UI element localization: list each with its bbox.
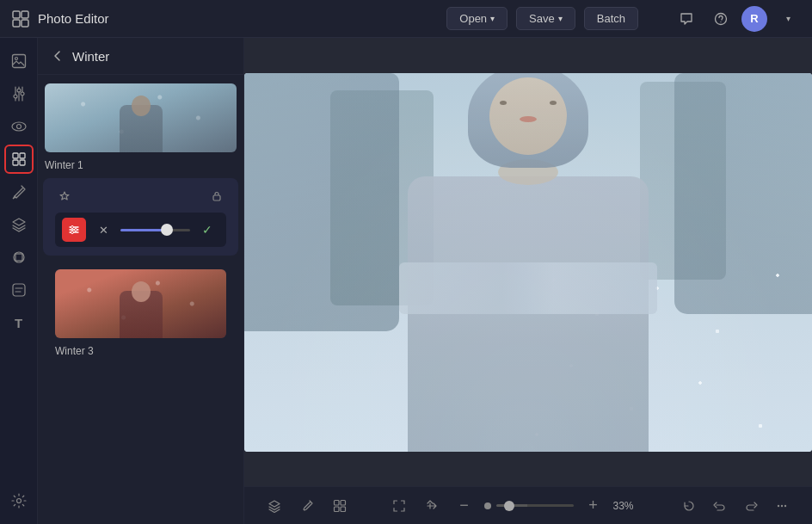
svg-point-31: [71, 226, 74, 229]
zoom-out-button[interactable]: −: [452, 493, 477, 519]
chat-button[interactable]: [673, 5, 700, 33]
svg-point-39: [781, 504, 783, 506]
effect-favorite-button[interactable]: [55, 187, 74, 206]
svg-point-32: [75, 229, 77, 231]
svg-rect-27: [213, 195, 220, 200]
bottombar-center: − + 33%: [353, 493, 676, 519]
svg-point-17: [12, 122, 26, 131]
svg-rect-20: [20, 153, 25, 158]
app-title: Photo Editor: [38, 11, 109, 26]
app-logo-icon: [10, 9, 31, 29]
effects-back-button[interactable]: [50, 48, 65, 64]
svg-point-38: [778, 504, 779, 506]
svg-rect-19: [13, 153, 18, 158]
svg-rect-25: [13, 284, 25, 296]
zoom-slider-wrap: [484, 502, 574, 509]
bottombar: − + 33%: [244, 486, 812, 524]
effect-label-winter3: Winter 3: [55, 345, 226, 357]
effects-header: Winter: [38, 38, 243, 75]
more-options-button[interactable]: [769, 493, 795, 519]
effect-thumbnail-winter1[interactable]: [45, 83, 237, 152]
canvas-area: − + 33%: [244, 38, 812, 524]
effects-title: Winter: [72, 49, 109, 64]
svg-rect-35: [341, 500, 346, 505]
effect-active-controls: ✕ ✓: [43, 178, 238, 256]
svg-rect-37: [341, 507, 346, 512]
svg-rect-34: [335, 500, 340, 505]
effect-controls: ✕ ✓: [55, 213, 226, 247]
sidebar-item-shapes[interactable]: [4, 243, 34, 272]
reset-button[interactable]: [676, 493, 702, 519]
sidebar-item-effects[interactable]: [4, 145, 34, 174]
topbar-actions: R ▾: [673, 5, 802, 33]
svg-rect-2: [13, 20, 20, 27]
effect-confirm-button[interactable]: ✓: [195, 218, 219, 242]
account-menu-button[interactable]: ▾: [774, 5, 802, 33]
zoom-in-button[interactable]: +: [581, 493, 606, 519]
svg-point-40: [784, 504, 786, 506]
sidebar-item-brush[interactable]: [4, 177, 34, 207]
fit-to-screen-button[interactable]: [386, 493, 412, 519]
sidebar-item-text[interactable]: T: [4, 308, 34, 337]
zoom-percentage: 33%: [613, 500, 643, 512]
effect-active-header: [55, 187, 226, 206]
topbar: Photo Editor Open ▾ Save ▾ Batch R ▾: [0, 0, 812, 38]
svg-point-33: [71, 231, 74, 234]
effect-cancel-button[interactable]: ✕: [91, 218, 115, 242]
svg-rect-21: [13, 160, 18, 165]
effect-lock-button[interactable]: [207, 187, 226, 206]
grid-view-button[interactable]: [327, 493, 353, 519]
canvas-image: [244, 73, 812, 452]
effect-thumbnail-winter3: [55, 269, 226, 338]
bottombar-right: [676, 493, 795, 519]
svg-rect-6: [12, 55, 25, 68]
svg-rect-0: [13, 11, 20, 18]
effect-item-winter1: Winter 1: [38, 75, 243, 175]
sidebar-item-settings[interactable]: [4, 486, 34, 515]
sidebar-item-image[interactable]: [4, 46, 34, 76]
main-area: T Winter: [0, 38, 812, 524]
sidebar-item-filters[interactable]: [4, 275, 34, 305]
save-button[interactable]: Save ▾: [516, 7, 575, 30]
svg-rect-24: [15, 254, 22, 261]
svg-point-5: [720, 21, 721, 22]
icon-sidebar: T: [0, 38, 38, 524]
svg-point-4: [716, 13, 727, 24]
transform-button[interactable]: [419, 493, 445, 519]
svg-point-26: [16, 499, 21, 503]
batch-button[interactable]: Batch: [584, 7, 638, 30]
app-logo: Photo Editor: [10, 9, 109, 29]
sidebar-item-layers[interactable]: [4, 210, 34, 239]
effect-settings-button[interactable]: [62, 218, 86, 242]
effect-label-winter1: Winter 1: [45, 159, 237, 171]
svg-rect-36: [335, 507, 340, 512]
layers-panel-button[interactable]: [261, 493, 287, 519]
user-avatar[interactable]: R: [741, 6, 767, 32]
svg-point-18: [16, 125, 21, 129]
effects-panel: Winter Winter 1: [38, 38, 244, 524]
svg-point-7: [15, 58, 17, 60]
svg-rect-3: [22, 20, 28, 27]
zoom-slider[interactable]: [496, 504, 574, 507]
effect-intensity-slider[interactable]: [120, 229, 190, 231]
canvas-viewport[interactable]: [244, 38, 812, 486]
edit-mode-button[interactable]: [294, 493, 320, 519]
bottombar-left: [261, 493, 353, 519]
help-button[interactable]: [707, 5, 735, 33]
open-button[interactable]: Open ▾: [446, 7, 508, 30]
undo-button[interactable]: [707, 493, 733, 519]
effect-slider-wrap: [120, 229, 190, 231]
effect-item-winter3[interactable]: Winter 3: [43, 262, 238, 364]
svg-rect-22: [20, 160, 25, 165]
svg-rect-1: [22, 11, 28, 18]
sidebar-item-preview[interactable]: [4, 112, 34, 141]
sidebar-item-adjustments[interactable]: [4, 79, 34, 108]
redo-button[interactable]: [738, 493, 764, 519]
